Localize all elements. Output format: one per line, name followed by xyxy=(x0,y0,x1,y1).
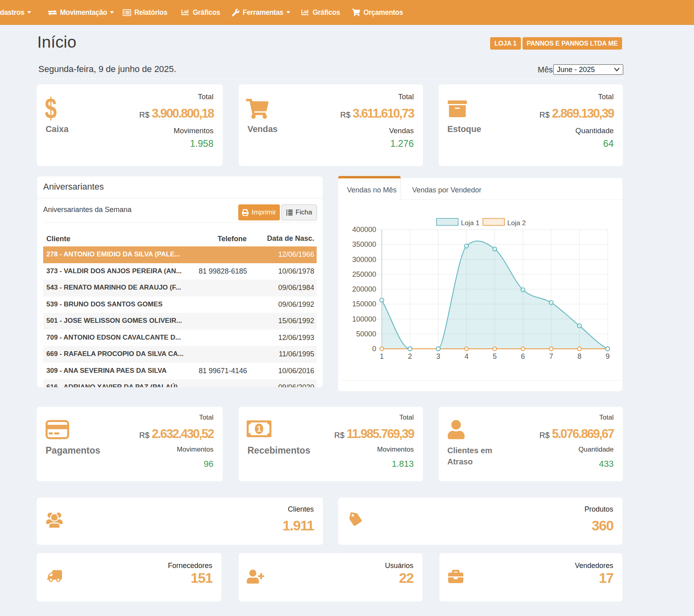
svg-text:300000: 300000 xyxy=(352,256,376,264)
svg-text:Loja 1: Loja 1 xyxy=(461,219,479,227)
svg-text:1: 1 xyxy=(257,424,261,433)
svg-text:5: 5 xyxy=(493,352,497,360)
svg-text:50000: 50000 xyxy=(356,330,376,338)
svg-text:150000: 150000 xyxy=(352,300,376,308)
svg-text:Loja 2: Loja 2 xyxy=(507,219,526,227)
svg-text:9: 9 xyxy=(606,352,610,360)
svg-text:6: 6 xyxy=(521,352,525,360)
svg-text:250000: 250000 xyxy=(352,270,376,278)
svg-text:100000: 100000 xyxy=(352,315,376,323)
svg-text:350000: 350000 xyxy=(352,240,376,248)
svg-text:3: 3 xyxy=(436,352,440,360)
svg-text:2: 2 xyxy=(408,352,412,360)
svg-text:1: 1 xyxy=(380,352,384,360)
svg-text:400000: 400000 xyxy=(352,226,376,234)
svg-text:7: 7 xyxy=(549,352,553,360)
svg-text:200000: 200000 xyxy=(352,285,376,293)
svg-text:0: 0 xyxy=(372,345,376,353)
svg-text:4: 4 xyxy=(465,352,469,360)
svg-text:8: 8 xyxy=(577,352,581,360)
